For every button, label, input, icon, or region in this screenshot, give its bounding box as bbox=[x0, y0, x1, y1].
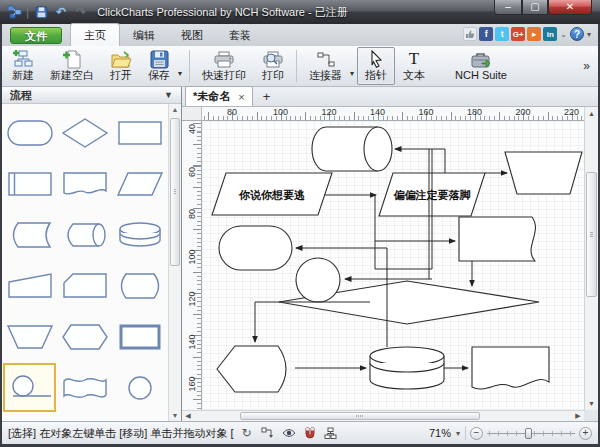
shape-predefined-process[interactable] bbox=[2, 158, 57, 209]
thumbs-up-icon[interactable] bbox=[463, 27, 477, 41]
close-button[interactable]: ✕ bbox=[548, 0, 592, 15]
connector-button-label: 连接器 bbox=[309, 69, 342, 82]
open-button-label: 打开 bbox=[110, 69, 132, 82]
node-trapezoid[interactable] bbox=[505, 152, 582, 194]
shape-terminator[interactable] bbox=[2, 107, 57, 158]
zoom-level-text: 71% bbox=[429, 427, 451, 439]
save-dropdown-icon[interactable]: ▾ bbox=[178, 55, 185, 78]
save-button[interactable]: 保存 bbox=[140, 47, 178, 85]
magnet-snap-icon[interactable] bbox=[302, 425, 318, 441]
scroll-right-icon[interactable]: ▶ bbox=[572, 411, 584, 421]
window-controls: – ▢ ✕ bbox=[494, 0, 592, 15]
category-dropdown-icon: ▼ bbox=[164, 90, 173, 100]
vertical-scrollbar[interactable]: ▲ ▼ bbox=[584, 107, 598, 410]
shape-data[interactable] bbox=[113, 158, 168, 209]
social-dropdown-icon[interactable]: ⌄ bbox=[560, 30, 567, 39]
node-terminator[interactable] bbox=[219, 226, 292, 270]
node-label-1: 你说你想要逃 bbox=[238, 189, 305, 201]
shape-palette bbox=[2, 104, 168, 421]
facebook-icon[interactable]: f bbox=[479, 27, 493, 41]
tab-edit[interactable]: 编辑 bbox=[120, 24, 168, 46]
shape-preparation[interactable] bbox=[57, 311, 112, 362]
h-ruler-label: 180 bbox=[467, 107, 482, 117]
shape-delay[interactable] bbox=[113, 260, 168, 311]
connector-dropdown-icon[interactable]: ▾ bbox=[350, 55, 357, 78]
nch-suite-button[interactable]: NCH Suite bbox=[447, 47, 515, 85]
node-database[interactable] bbox=[370, 347, 444, 389]
shape-manual-input[interactable] bbox=[2, 260, 57, 311]
shape-card[interactable] bbox=[57, 260, 112, 311]
text-button-label: 文本 bbox=[403, 69, 425, 82]
document-tab-close-icon[interactable]: × bbox=[238, 91, 244, 103]
zoom-slider[interactable] bbox=[487, 427, 575, 440]
new-button[interactable]: 新建 bbox=[4, 47, 42, 85]
undo-icon[interactable]: ↶ bbox=[53, 4, 69, 20]
minimize-button[interactable]: – bbox=[494, 0, 522, 15]
canvas-column: *未命名 × + 8010012014016018020022024 40608… bbox=[182, 87, 598, 421]
node-cylinder-horizontal[interactable] bbox=[312, 127, 392, 171]
quick-print-button[interactable]: 快速打印 bbox=[194, 47, 254, 85]
googleplus-icon[interactable]: G+ bbox=[511, 27, 525, 41]
shape-paper-tape[interactable] bbox=[57, 362, 112, 413]
redo-icon[interactable]: ↷ bbox=[73, 4, 89, 20]
horizontal-scroll-thumb[interactable] bbox=[240, 412, 480, 420]
twitter-icon[interactable]: t bbox=[495, 27, 509, 41]
scroll-up-icon[interactable]: ▲ bbox=[585, 108, 598, 119]
loop-icon[interactable]: ↻ bbox=[239, 425, 255, 441]
toolbar-overflow-chevron[interactable]: » bbox=[577, 59, 596, 73]
shape-magnetic-disk[interactable] bbox=[2, 362, 57, 413]
tab-home[interactable]: 主页 bbox=[70, 23, 120, 46]
scroll-up-icon[interactable]: ▲ bbox=[169, 104, 181, 115]
shape-database[interactable] bbox=[113, 209, 168, 260]
pointer-cursor-icon bbox=[368, 50, 384, 69]
nch-share-icon[interactable]: ▸ bbox=[527, 27, 541, 41]
shape-process[interactable] bbox=[113, 107, 168, 158]
scroll-left-icon[interactable]: ◀ bbox=[182, 411, 194, 421]
shape-decision[interactable] bbox=[57, 107, 112, 158]
tab-view[interactable]: 视图 bbox=[168, 24, 216, 46]
shape-document[interactable] bbox=[57, 158, 112, 209]
horizontal-scrollbar[interactable]: ◀ ▶ bbox=[182, 410, 584, 421]
print-button[interactable]: 打印 bbox=[254, 47, 292, 85]
horizontal-ruler: 8010012014016018020022024 bbox=[202, 107, 584, 121]
connector-button[interactable]: 连接器 bbox=[301, 47, 350, 85]
new-document-tab-button[interactable]: + bbox=[255, 88, 279, 106]
shape-manual-operation[interactable] bbox=[2, 311, 57, 362]
drawing-canvas[interactable]: 你说你想要逃 偏偏注定要落脚 bbox=[202, 121, 584, 410]
text-button[interactable]: T 文本 bbox=[395, 47, 433, 85]
zoom-level-dropdown-icon[interactable]: ▾ bbox=[456, 429, 460, 438]
shape-connector[interactable] bbox=[113, 362, 168, 413]
eye-icon[interactable] bbox=[281, 425, 297, 441]
connector-route-icon[interactable] bbox=[260, 425, 276, 441]
auto-layout-icon[interactable] bbox=[323, 425, 339, 441]
open-folder-icon bbox=[110, 50, 132, 69]
document-tab[interactable]: *未命名 × bbox=[185, 86, 253, 106]
shape-category-header[interactable]: 流程 ▼ bbox=[2, 87, 181, 104]
print-button-label: 打印 bbox=[262, 69, 284, 82]
sidebar-scrollbar[interactable]: ▲ ▼ bbox=[168, 104, 181, 421]
zoom-in-button[interactable]: + bbox=[579, 427, 592, 440]
sidebar-scroll-thumb[interactable] bbox=[170, 118, 180, 266]
shape-bold-process[interactable] bbox=[113, 311, 168, 362]
new-blank-button[interactable]: 新建空白 bbox=[42, 47, 102, 85]
help-dropdown-icon[interactable]: ▾ bbox=[587, 30, 591, 39]
node-connector-circle[interactable] bbox=[296, 258, 340, 302]
shape-direct-access-storage[interactable] bbox=[57, 209, 112, 260]
scroll-down-icon[interactable]: ▼ bbox=[169, 410, 181, 421]
open-button[interactable]: 打开 bbox=[102, 47, 140, 85]
vertical-scroll-thumb[interactable] bbox=[586, 172, 597, 297]
zoom-out-button[interactable]: − bbox=[470, 427, 483, 440]
pointer-button[interactable]: 指针 bbox=[357, 47, 395, 85]
scroll-down-icon[interactable]: ▼ bbox=[585, 398, 598, 409]
save-quick-icon[interactable] bbox=[33, 4, 49, 20]
node-stored-data[interactable] bbox=[459, 217, 535, 261]
help-icon[interactable]: ? bbox=[570, 27, 584, 41]
h-ruler-label: 120 bbox=[321, 107, 336, 117]
h-ruler-label: 220 bbox=[564, 107, 579, 117]
tab-suite[interactable]: 套装 bbox=[216, 24, 264, 46]
file-menu-button[interactable]: 文件 bbox=[10, 27, 62, 44]
zoom-slider-thumb[interactable] bbox=[525, 428, 532, 439]
linkedin-icon[interactable]: in bbox=[543, 27, 557, 41]
maximize-button[interactable]: ▢ bbox=[522, 0, 548, 15]
shape-stored-data[interactable] bbox=[2, 209, 57, 260]
